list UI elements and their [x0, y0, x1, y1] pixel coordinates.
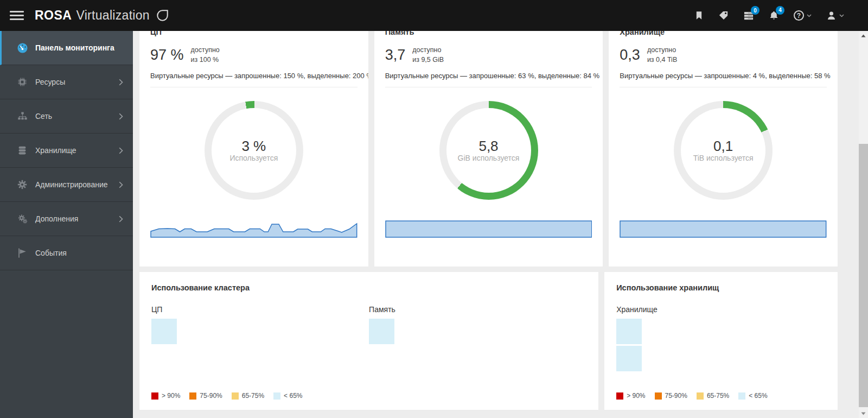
storage-heatmap-cell	[616, 346, 642, 371]
memory-usage-donut: 5,8 GiB используется	[439, 101, 538, 200]
vertical-scrollbar[interactable]	[859, 31, 868, 418]
legend-swatch-over90	[151, 392, 158, 400]
cpu-heatmap-cell	[151, 319, 177, 344]
rosa-ring-logo-icon	[156, 9, 169, 22]
bookmark-icon	[694, 10, 704, 21]
tasks-count-badge: 0	[751, 6, 760, 15]
legend-swatch-under65	[273, 392, 280, 400]
dashboard-content: ЦП 97 % доступно из 100 % Виртуальные ре…	[133, 31, 859, 418]
tasks-button[interactable]: 0	[743, 10, 754, 21]
sidebar-item-events[interactable]: События	[0, 236, 133, 270]
chevron-right-icon	[119, 216, 123, 223]
chevron-down-icon	[839, 14, 844, 17]
cpu-used-label: Используется	[229, 154, 278, 162]
cpu-trend-area	[151, 224, 357, 237]
storage-used-value: 0,1	[713, 139, 733, 154]
sidebar-item-addons[interactable]: Дополнения	[0, 202, 133, 236]
sidebar-item-label: События	[35, 249, 123, 257]
storage-available-value: 0,3	[620, 47, 640, 64]
chevron-right-icon	[119, 79, 123, 86]
question-icon: ?	[794, 10, 804, 21]
tag-icon	[718, 10, 729, 21]
legend-swatch-75-90	[655, 392, 662, 400]
cluster-cpu-section: ЦП	[151, 305, 369, 344]
rosa-virtualization-window: ROSA Virtualization 0	[0, 0, 868, 418]
cpu-usage-donut: 3 % Используется	[205, 101, 303, 200]
sidebar-item-label: Ресурсы	[35, 78, 119, 86]
storage-utilization-title: Использование хранилищ	[616, 283, 826, 292]
cluster-utilization-title: Использование кластера	[151, 283, 586, 292]
utilization-row: Использование кластера ЦП Память > 90% 7…	[139, 271, 838, 410]
cluster-utilization-card: Использование кластера ЦП Память > 90% 7…	[139, 271, 599, 410]
divider	[620, 87, 827, 87]
chevron-right-icon	[119, 181, 123, 188]
user-menu-button[interactable]	[826, 10, 844, 21]
storage-available-caption: доступно из 0,4 TiB	[647, 45, 677, 65]
sidebar-item-label: Администрирование	[35, 180, 119, 189]
sidebar-item-label: Панель мониторинга	[35, 43, 123, 52]
heatmap-legend: > 90% 75-90% 65-75% < 65%	[616, 392, 826, 400]
legend-swatch-65-75	[232, 392, 239, 400]
gear-icon	[16, 179, 29, 190]
sidebar-nav: Панель мониторинга Ресурсы	[0, 31, 133, 418]
storage-trend-sparkline	[620, 217, 827, 238]
notifications-button[interactable]: 4	[769, 10, 779, 21]
storage-usage-donut: 0,1 TiB используется	[674, 101, 773, 200]
help-menu-button[interactable]: ?	[794, 10, 812, 21]
storage-utilization-card: Использование хранилищ Хранилище > 90% 7…	[604, 271, 838, 410]
cluster-memory-section: Память	[369, 305, 586, 344]
storage-card: Хранилище 0,3 доступно из 0,4 TiB Виртуа…	[608, 31, 838, 267]
user-icon	[826, 10, 837, 21]
chevron-right-icon	[119, 113, 123, 120]
storage-heatmap-cell	[616, 319, 642, 344]
masthead: ROSA Virtualization 0	[0, 0, 868, 31]
memory-trend-sparkline	[385, 217, 592, 238]
network-icon	[16, 111, 29, 122]
cpu-card-title: ЦП	[150, 31, 358, 37]
memory-card: Память 3,7 доступно из 9,5 GiB Виртуальн…	[374, 31, 604, 267]
legend-swatch-under65	[738, 392, 745, 400]
sidebar-item-dashboard[interactable]: Панель мониторинга	[0, 31, 133, 65]
tags-button[interactable]	[718, 10, 729, 21]
sidebar-item-administration[interactable]: Администрирование	[0, 168, 133, 202]
sidebar-item-storage[interactable]: Хранилище	[0, 134, 133, 168]
legend-swatch-75-90	[189, 392, 196, 400]
divider	[385, 87, 592, 87]
sidebar-item-label: Хранилище	[35, 146, 119, 155]
bookmarks-button[interactable]	[694, 10, 704, 21]
database-icon	[16, 145, 29, 156]
legend-swatch-65-75	[697, 392, 704, 400]
memory-virtual-resources: Виртуальные ресурсы — запрошенные: 63 %,…	[385, 72, 592, 80]
sidebar-item-label: Дополнения	[35, 214, 119, 223]
scrollbar-thumb[interactable]	[859, 144, 868, 407]
storage-used-label: TiB используется	[693, 154, 754, 162]
cpu-available-caption: доступно из 100 %	[191, 45, 220, 65]
cogs-icon	[16, 213, 29, 224]
memory-used-value: 5,8	[478, 139, 498, 154]
brand-logo[interactable]: ROSA Virtualization	[35, 8, 169, 23]
divider	[150, 87, 358, 87]
storage-domains-section: Хранилище	[616, 305, 826, 371]
brand-name-bold: ROSA	[35, 8, 72, 23]
dashboard-icon	[16, 42, 29, 54]
cpu-available-value: 97 %	[150, 47, 184, 64]
storage-virtual-resources: Виртуальные ресурсы — запрошенные: 4 %, …	[620, 72, 827, 80]
cpu-virtual-resources: Виртуальные ресурсы — запрошенные: 150 %…	[150, 72, 358, 80]
sidebar-item-network[interactable]: Сеть	[0, 99, 133, 134]
memory-available-value: 3,7	[385, 47, 406, 64]
heatmap-legend: > 90% 75-90% 65-75% < 65%	[151, 392, 586, 400]
microchip-icon	[16, 77, 29, 87]
flag-icon	[16, 248, 29, 258]
memory-card-title: Память	[385, 31, 592, 37]
cpu-card: ЦП 97 % доступно из 100 % Виртуальные ре…	[139, 31, 369, 267]
brand-name-light: Virtualization	[76, 8, 149, 23]
sidebar-item-resources[interactable]: Ресурсы	[0, 65, 133, 99]
scroll-up-arrow[interactable]	[859, 31, 868, 40]
cpu-trend-sparkline	[150, 217, 358, 238]
memory-available-caption: доступно из 9,5 GiB	[412, 45, 444, 65]
cpu-used-value: 3 %	[241, 139, 266, 154]
scroll-down-arrow[interactable]	[859, 409, 868, 418]
chevron-right-icon	[119, 147, 123, 154]
sidebar-item-label: Сеть	[35, 112, 119, 121]
hamburger-menu-icon[interactable]	[10, 9, 24, 22]
